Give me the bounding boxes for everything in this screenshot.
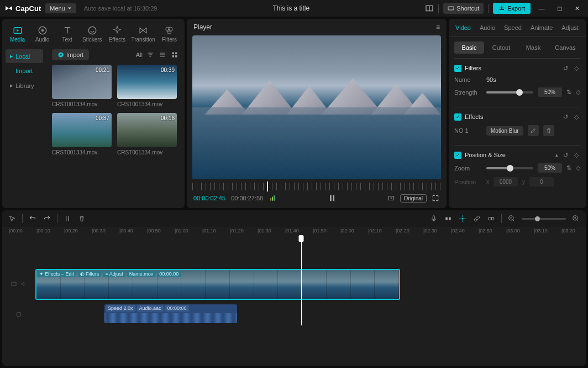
reset-icon[interactable]: ↺ bbox=[561, 151, 569, 159]
chevron-down-icon bbox=[67, 6, 72, 11]
media-clip[interactable]: 00:37CRST001334.mov bbox=[52, 113, 112, 156]
prop-tab-adjust[interactable]: Adjust bbox=[557, 19, 583, 37]
delete-effect-icon[interactable] bbox=[543, 125, 554, 136]
list-view-icon[interactable] bbox=[158, 50, 167, 59]
prop-tab-video[interactable]: Video bbox=[451, 19, 475, 37]
record-icon[interactable] bbox=[429, 214, 438, 223]
preview-axis-icon[interactable] bbox=[487, 214, 496, 223]
timeline[interactable]: |00:00|00:10|00:20|00:30|00:40|00:50|01:… bbox=[2, 227, 586, 366]
sidebar-import[interactable]: Import bbox=[6, 64, 43, 77]
audio-clip[interactable]: Speed 2.0x Audio.aac 00:00:00 bbox=[104, 304, 237, 323]
close-button[interactable]: ✕ bbox=[570, 2, 584, 15]
sidebar-local[interactable]: ▸Local bbox=[6, 49, 43, 63]
fullscreen-icon[interactable] bbox=[431, 194, 440, 203]
minimize-button[interactable]: — bbox=[535, 2, 548, 15]
zoom-out-icon[interactable] bbox=[507, 214, 516, 223]
player-ruler[interactable] bbox=[192, 183, 441, 190]
timeline-zoom-slider[interactable] bbox=[522, 218, 566, 220]
filter-name-value: 90s bbox=[486, 76, 496, 83]
undo-icon[interactable] bbox=[28, 214, 37, 223]
keyframe-icon[interactable]: ◇ bbox=[573, 64, 580, 72]
original-toggle[interactable]: Original bbox=[400, 194, 427, 203]
linkage-icon[interactable] bbox=[473, 214, 481, 223]
preview-viewport[interactable] bbox=[192, 35, 441, 179]
media-sidebar: ▸Local Import ▸Library bbox=[2, 46, 46, 208]
timeline-ruler[interactable]: |00:00|00:10|00:20|00:30|00:40|00:50|01:… bbox=[2, 227, 586, 236]
tab-effects[interactable]: Effects bbox=[105, 22, 129, 46]
layout-icon[interactable] bbox=[425, 4, 434, 13]
audio-track-icon[interactable] bbox=[15, 311, 22, 319]
subtab-mask[interactable]: Mask bbox=[518, 42, 548, 54]
position-y[interactable]: 0 bbox=[529, 177, 554, 186]
prop-tab-animate[interactable]: Animate bbox=[526, 19, 557, 37]
stepper-icon[interactable]: ⇅ bbox=[566, 164, 571, 172]
menu-button[interactable]: Menu bbox=[45, 3, 76, 13]
media-clip[interactable]: 00:39CRST001334.mov bbox=[117, 65, 177, 107]
video-track: ✦ Effects – Edit ◐ Filters ≡ Adjust Name… bbox=[2, 269, 586, 300]
tab-audio[interactable]: Audio bbox=[30, 22, 54, 46]
tab-transition[interactable]: Transition bbox=[130, 22, 156, 46]
svg-rect-14 bbox=[175, 55, 177, 58]
subtab-canvas[interactable]: Canvas bbox=[550, 42, 580, 54]
lock-track-icon[interactable] bbox=[11, 281, 17, 288]
tab-stickers[interactable]: Stickers bbox=[80, 22, 104, 46]
capcut-logo-icon bbox=[4, 4, 13, 13]
maximize-button[interactable]: ◻ bbox=[553, 2, 566, 15]
subtab-basic[interactable]: Basic bbox=[454, 42, 484, 54]
position-x[interactable]: 0000 bbox=[494, 177, 518, 186]
grid-view-icon[interactable] bbox=[170, 50, 179, 59]
svg-point-21 bbox=[390, 198, 391, 199]
zoom-value[interactable]: 50% bbox=[538, 163, 562, 173]
playhead[interactable] bbox=[301, 236, 302, 325]
strength-value[interactable]: 50% bbox=[538, 87, 562, 97]
edit-effect-icon[interactable] bbox=[528, 125, 539, 136]
stickers-icon bbox=[87, 25, 97, 35]
levels-icon[interactable] bbox=[269, 194, 277, 203]
play-pause-button[interactable] bbox=[328, 194, 337, 203]
clip-tag-effects[interactable]: ✦ Effects – Edit bbox=[37, 271, 76, 277]
video-clip[interactable]: ✦ Effects – Edit ◐ Filters ≡ Adjust Name… bbox=[35, 269, 400, 300]
tab-media[interactable]: Media bbox=[6, 22, 29, 46]
sidebar-library[interactable]: ▸Library bbox=[6, 79, 43, 92]
reset-icon[interactable]: ↺ bbox=[561, 113, 569, 121]
ratio-icon[interactable] bbox=[387, 194, 396, 203]
prop-tab-audio[interactable]: Audio bbox=[475, 19, 500, 37]
keyframe-icon[interactable]: ◇ bbox=[576, 164, 580, 172]
mute-track-icon[interactable] bbox=[20, 281, 27, 288]
player-menu-icon[interactable]: ≡ bbox=[436, 23, 440, 31]
position-checkbox[interactable]: ✓ bbox=[454, 152, 461, 159]
project-title[interactable]: This is a title bbox=[161, 4, 421, 12]
tab-filters[interactable]: Filters bbox=[158, 22, 181, 46]
clip-tag-filters[interactable]: ◐ Filters bbox=[78, 271, 102, 277]
delete-icon[interactable] bbox=[77, 214, 86, 223]
export-button[interactable]: Export bbox=[493, 3, 531, 14]
tab-text[interactable]: Text bbox=[55, 22, 79, 46]
selection-tool-icon[interactable] bbox=[8, 214, 17, 223]
filter-all[interactable]: All bbox=[136, 51, 143, 58]
media-clip[interactable]: 00:16CRST001334.mov bbox=[117, 113, 177, 156]
reset-icon[interactable]: ↺ bbox=[561, 64, 569, 72]
svg-rect-23 bbox=[445, 217, 448, 220]
clip-tag-adjust[interactable]: ≡ Adjust bbox=[103, 271, 125, 277]
keyframe-icon[interactable]: ◇ bbox=[573, 151, 580, 159]
main-track-magnet-icon[interactable] bbox=[444, 214, 453, 223]
keyframe-icon[interactable]: ◇ bbox=[576, 89, 580, 96]
strength-slider[interactable] bbox=[486, 91, 533, 94]
stepper-icon[interactable]: ⇅ bbox=[566, 89, 571, 96]
zoom-in-icon[interactable] bbox=[571, 214, 580, 223]
plus-icon bbox=[57, 51, 64, 58]
zoom-slider[interactable] bbox=[486, 167, 533, 169]
keyframe-icon[interactable]: ◇ bbox=[573, 113, 580, 121]
redo-icon[interactable] bbox=[43, 214, 51, 223]
collapse-icon[interactable]: ▴ bbox=[555, 152, 558, 158]
media-clip[interactable]: 00:21CRST001334.mov bbox=[52, 65, 112, 107]
prop-tab-speed[interactable]: Speed bbox=[500, 19, 526, 37]
effects-checkbox[interactable]: ✓ bbox=[454, 113, 461, 121]
filters-checkbox[interactable]: ✓ bbox=[454, 65, 461, 72]
sort-icon[interactable] bbox=[146, 50, 155, 59]
shortcut-button[interactable]: Shortcut bbox=[443, 3, 484, 14]
auto-snap-icon[interactable] bbox=[458, 214, 467, 223]
split-icon[interactable] bbox=[63, 214, 72, 223]
subtab-cutout[interactable]: Cutout bbox=[486, 42, 516, 54]
import-button[interactable]: Import bbox=[52, 49, 89, 60]
